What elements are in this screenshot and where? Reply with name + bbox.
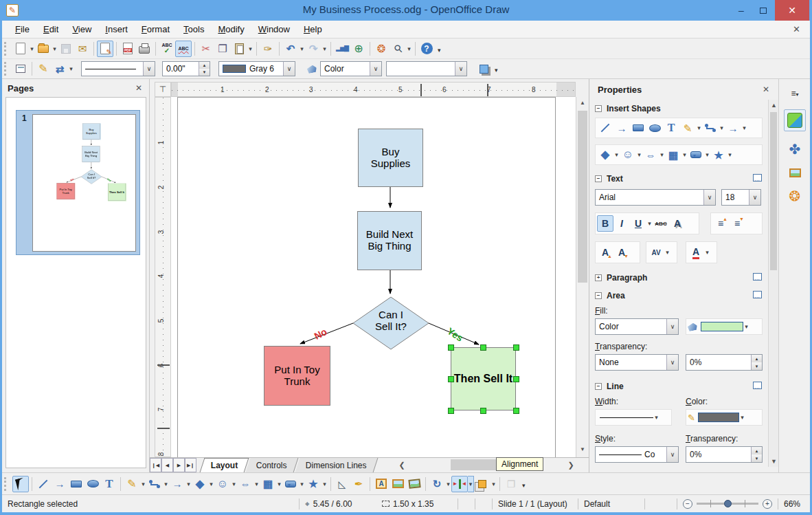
menu-view[interactable]: View <box>66 22 98 36</box>
toolbar2-overflow-button[interactable] <box>495 63 498 75</box>
symbol-shapes-button[interactable]: ☺ <box>214 476 231 492</box>
ellipse-tool-button[interactable] <box>646 120 663 136</box>
props-scroll-thumb[interactable] <box>770 112 777 270</box>
zoom-slider[interactable]: − + <box>677 499 778 509</box>
line-style-select[interactable]: Co <box>595 446 679 463</box>
rectangle-tool-button[interactable] <box>68 476 84 492</box>
line-dialog-launcher-icon[interactable] <box>753 382 762 389</box>
drawing-toolbar-overflow[interactable] <box>522 478 526 490</box>
menu-help[interactable]: Help <box>297 22 328 36</box>
flow-node-decision-label[interactable]: Can I Sell It? <box>85 173 98 179</box>
italic-button[interactable]: I <box>613 215 630 232</box>
arrange-dropdown[interactable] <box>490 476 497 492</box>
flow-node-sell-selected[interactable]: Then Sell It <box>451 347 516 410</box>
increase-font-button[interactable]: A▲ <box>597 244 613 261</box>
freeform-dropdown[interactable] <box>696 120 702 136</box>
line-color-dropdown[interactable] <box>739 409 745 426</box>
connector-tool-button[interactable] <box>702 120 719 136</box>
selection-handle-s[interactable] <box>480 408 486 414</box>
sidebar-tab-styles[interactable]: ✤ <box>784 138 806 160</box>
cut-button[interactable]: ✂ <box>198 41 214 57</box>
menu-format[interactable]: Format <box>135 22 176 36</box>
page-thumbnail-selected[interactable]: 1 No Yes Bu <box>16 110 140 255</box>
line-style-select[interactable] <box>81 61 155 76</box>
insert-shapes-header[interactable]: − Insert Shapes <box>595 104 661 113</box>
block-arrows-button[interactable]: ⇔ <box>642 146 659 163</box>
sidebar-tab-navigator[interactable]: ❂ <box>784 185 806 207</box>
flow-node-decision-label[interactable]: Can I Sell It? <box>369 309 413 333</box>
horizontal-ruler[interactable]: 1 2 3 4 5 6 7 8 <box>171 82 576 97</box>
open-button[interactable] <box>35 41 52 57</box>
redo-button[interactable]: ↷ <box>305 41 322 57</box>
tab-layout[interactable]: Layout <box>200 458 249 472</box>
line-tool-button[interactable] <box>597 120 613 136</box>
lines-arrows-dropdown[interactable] <box>741 120 747 136</box>
text-section-header[interactable]: − Text <box>595 174 623 184</box>
redo-dropdown[interactable] <box>322 41 328 57</box>
vertical-scrollbar[interactable]: ▲ ▼ <box>576 97 589 457</box>
insert-chart-button[interactable]: ▂▅▇ <box>334 41 350 57</box>
transparency-type-select[interactable]: None <box>595 354 679 371</box>
line-width-input[interactable]: 0.00"▲▼ <box>162 61 210 76</box>
basic-shapes-button[interactable]: ◆ <box>597 146 613 163</box>
arrow-tool-button[interactable]: → <box>613 120 630 136</box>
minimize-button[interactable]: – <box>731 0 752 21</box>
decrease-spacing-button[interactable]: ≡▼ <box>729 215 745 232</box>
spellcheck-button[interactable]: ABC✓ <box>159 41 175 57</box>
character-spacing-button[interactable]: AV <box>648 244 664 261</box>
toolbar-grip2[interactable] <box>4 62 10 76</box>
flow-node-put[interactable]: Put In Toy Trunk <box>56 183 75 199</box>
rectangle-tool-button[interactable] <box>630 120 646 136</box>
edit-file-button[interactable] <box>97 41 113 57</box>
page-style[interactable]: Default <box>578 499 644 509</box>
strikethrough-button[interactable]: ABC <box>653 215 669 232</box>
star-dropdown[interactable] <box>727 146 733 163</box>
increase-spacing-button[interactable]: ≡▲ <box>712 215 729 232</box>
star-shapes-button[interactable]: ★ <box>710 146 727 163</box>
properties-scrollbar[interactable]: ▲ ▼ <box>768 100 778 467</box>
character-spacing-dropdown[interactable] <box>664 244 670 261</box>
fill-color-select[interactable] <box>386 61 467 76</box>
toolbar-overflow-button[interactable] <box>438 43 441 55</box>
line-pen-button[interactable]: ✎ <box>35 61 52 77</box>
lines-arrows-button[interactable]: → <box>169 476 185 492</box>
block-arrows-button[interactable]: ⇔ <box>237 476 253 492</box>
text-tool-button[interactable]: T <box>101 476 117 492</box>
zoom-button[interactable]: ⚲ <box>390 41 406 57</box>
text-tool-button[interactable]: T <box>663 120 679 136</box>
menu-window[interactable]: Window <box>252 22 296 36</box>
sidebar-tab-properties[interactable] <box>784 109 806 131</box>
paste-dropdown[interactable] <box>247 41 253 57</box>
vscroll-thumb[interactable] <box>578 111 587 283</box>
flow-node-build[interactable]: Build Next Big Thing <box>357 211 422 270</box>
block-arrows-dropdown[interactable] <box>253 476 260 492</box>
menu-edit[interactable]: Edit <box>37 22 65 36</box>
arrow-style-button[interactable]: ⇄ <box>52 61 68 77</box>
navigator-button[interactable]: ❂ <box>373 41 390 57</box>
callout-shapes-button[interactable] <box>282 476 299 492</box>
hscroll-left-icon[interactable]: ❮ <box>397 459 407 470</box>
tab-dimension-lines[interactable]: Dimension Lines <box>295 458 379 472</box>
area-fill-color-picker[interactable] <box>686 318 763 335</box>
connector-tool-button[interactable] <box>146 476 163 492</box>
save-button[interactable] <box>58 41 74 57</box>
basic-shapes-dropdown[interactable] <box>613 146 620 163</box>
tab-controls[interactable]: Controls <box>246 458 299 472</box>
undo-button[interactable]: ↶ <box>282 41 299 57</box>
transparency-value-input[interactable]: 0%▲▼ <box>686 354 763 371</box>
pages-close-icon[interactable]: ✕ <box>135 83 142 93</box>
paste-button[interactable] <box>231 41 247 57</box>
zoom-track[interactable] <box>697 503 758 505</box>
collapse-icon[interactable]: − <box>595 105 602 112</box>
connector-dropdown[interactable] <box>719 120 725 136</box>
character-shadow-button[interactable]: A <box>669 215 686 232</box>
callout-dropdown[interactable] <box>299 476 305 492</box>
styles-button[interactable] <box>12 61 29 77</box>
zoom-thumb[interactable] <box>724 500 732 507</box>
rotate-button[interactable]: ↻ <box>429 476 445 492</box>
line-width-dropdown[interactable] <box>653 409 659 426</box>
flow-node-sell[interactable]: Then Sell It <box>108 184 126 201</box>
selection-handle-ne[interactable] <box>513 344 519 351</box>
collapse-icon[interactable]: − <box>595 383 602 390</box>
line-width-picker[interactable] <box>595 409 672 426</box>
